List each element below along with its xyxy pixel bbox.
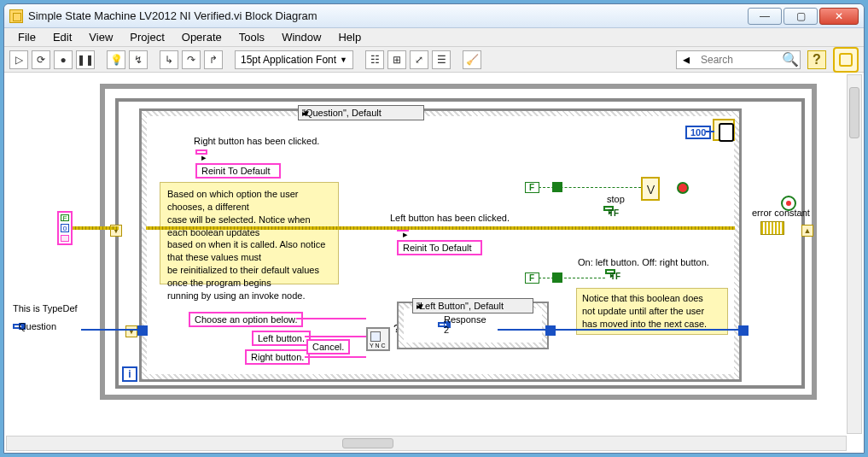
step-over-button[interactable]: ↷	[182, 50, 201, 69]
retain-wires-button[interactable]: ↯	[129, 50, 148, 69]
invoke-node-right[interactable]: ▸	[195, 149, 207, 155]
tunnel-outer-out	[738, 325, 749, 336]
three-button-dialog-node[interactable]	[366, 327, 390, 351]
case-selector-outer[interactable]: ◂ "Question", Default ▼ ▸	[298, 105, 424, 120]
wire-bool-upper	[539, 187, 641, 188]
toolbar: ▷ ⟳ ● ❚❚ 💡 ↯ ↳ ↷ ↱ 15pt Application Font…	[4, 47, 864, 73]
chevron-down-icon: ▼	[19, 322, 26, 331]
search-input[interactable]	[696, 54, 781, 66]
font-label: 15pt Application Font	[241, 54, 336, 66]
case-selector-inner[interactable]: ◂ "Left Button", Default ▼ ▸	[412, 298, 533, 313]
dialog-right-constant[interactable]: Right button.	[245, 349, 310, 365]
menu-help[interactable]: Help	[329, 29, 370, 45]
dialog-message-constant[interactable]: Choose an option below.	[189, 312, 303, 327]
resize-button[interactable]: ⤢	[410, 50, 428, 69]
stop-terminal-indicator[interactable]: ▸TF	[603, 206, 614, 211]
search-box[interactable]: ◂ 🔍	[676, 50, 801, 69]
chevron-down-icon: ▼	[340, 56, 347, 64]
search-prev-icon[interactable]: ◂	[677, 51, 696, 67]
shift-register-left-state	[125, 325, 137, 337]
invoke-left-label: Left button has been clicked.	[390, 213, 510, 223]
select-node[interactable]: ⋁	[641, 177, 660, 201]
invoke-right-label: Right button has been clicked.	[194, 136, 319, 146]
wait-ms-node[interactable]	[713, 119, 735, 141]
tunnel-state-in	[137, 325, 148, 336]
error-cluster-constant[interactable]: F0	[57, 211, 73, 245]
menu-file[interactable]: File	[9, 29, 44, 45]
wire-dialog-left	[305, 336, 366, 337]
menu-bar: File Edit View Project Operate Tools Win…	[4, 28, 864, 47]
typedef-ring-constant[interactable]: Question ▼	[13, 324, 25, 329]
invoke-method-right[interactable]: Reinit To Default	[195, 163, 281, 179]
menu-view[interactable]: View	[80, 29, 121, 45]
abort-button[interactable]: ●	[54, 50, 73, 69]
error-out-terminal[interactable]	[760, 221, 784, 235]
dialog-cancel-constant[interactable]: Cancel.	[306, 339, 350, 354]
wire-wait	[706, 131, 714, 132]
stop-label: stop	[607, 194, 625, 204]
wire-bool-lower	[539, 278, 605, 278]
close-button[interactable]: ✕	[819, 8, 859, 25]
comment-right: Notice that this boolean does not update…	[576, 288, 728, 335]
help-button[interactable]: ?	[807, 50, 826, 69]
menu-window[interactable]: Window	[273, 29, 329, 45]
align-button[interactable]: ☷	[365, 50, 384, 69]
search-icon[interactable]: 🔍	[781, 51, 800, 67]
step-into-button[interactable]: ↳	[160, 50, 178, 69]
minimize-button[interactable]: —	[748, 8, 782, 25]
pause-button[interactable]: ❚❚	[76, 50, 95, 69]
app-icon	[9, 9, 23, 23]
indicator-label: On: left button. Off: right button.	[578, 257, 709, 267]
iteration-terminal: i	[122, 366, 137, 382]
horizontal-scrollbar[interactable]	[6, 436, 847, 451]
case-next-icon[interactable]: ▸	[302, 108, 306, 118]
wait-ms-constant[interactable]: 100	[685, 126, 711, 139]
error-constant-label: error constant	[752, 208, 810, 218]
block-diagram[interactable]: This is TypeDef Question ▼ F0 i	[6, 74, 862, 434]
wire-error-through	[146, 226, 735, 230]
wire-dialog-msg	[296, 318, 366, 319]
shift-register-right-error	[801, 225, 813, 237]
vertical-scrollbar[interactable]	[847, 74, 862, 434]
wire-state-out	[498, 329, 740, 331]
typedef-label: This is TypeDef	[13, 303, 78, 313]
chevron-down-icon: ▼	[444, 320, 451, 329]
distribute-button[interactable]: ⊞	[387, 50, 406, 69]
case-outer-label: "Question", Default	[302, 108, 382, 118]
context-help-button[interactable]	[833, 47, 859, 73]
dialog-left-constant[interactable]: Left button.	[252, 331, 311, 346]
font-selector[interactable]: 15pt Application Font ▼	[235, 50, 353, 69]
menu-operate[interactable]: Operate	[173, 29, 230, 45]
wire-error-in	[73, 226, 119, 230]
inner-ring-constant[interactable]: Response 2 ▼	[438, 322, 450, 327]
comment-main: Based on which option the user chooses, …	[160, 182, 339, 284]
cleanup-button[interactable]: 🧹	[463, 50, 481, 69]
window-title: Simple State Machine LV2012 NI Verified.…	[28, 9, 748, 22]
menu-project[interactable]: Project	[121, 29, 172, 45]
false-constant-lower[interactable]: F	[525, 272, 539, 284]
run-continuous-button[interactable]: ⟳	[32, 50, 50, 69]
run-button[interactable]: ▷	[9, 50, 28, 69]
title-bar: Simple State Machine LV2012 NI Verified.…	[4, 4, 864, 28]
case-inner-label: "Left Button", Default	[417, 301, 504, 311]
boolean-indicator[interactable]: ▸TF	[605, 269, 615, 274]
highlight-exec-button[interactable]: 💡	[107, 50, 125, 69]
menu-edit[interactable]: Edit	[44, 29, 80, 45]
wire-state-in	[81, 329, 139, 331]
case-next-icon[interactable]: ▸	[417, 302, 421, 311]
reorder-button[interactable]: ☰	[432, 50, 451, 69]
wire-dialog-right	[305, 356, 366, 358]
maximize-button[interactable]: ▢	[784, 8, 818, 25]
tunnel-inner-out	[545, 325, 556, 336]
loop-stop-icon	[677, 182, 689, 194]
step-out-button[interactable]: ↱	[204, 50, 223, 69]
false-constant-upper[interactable]: F	[525, 182, 539, 193]
menu-tools[interactable]: Tools	[230, 29, 273, 45]
invoke-method-left[interactable]: Reinit To Default	[397, 240, 482, 255]
